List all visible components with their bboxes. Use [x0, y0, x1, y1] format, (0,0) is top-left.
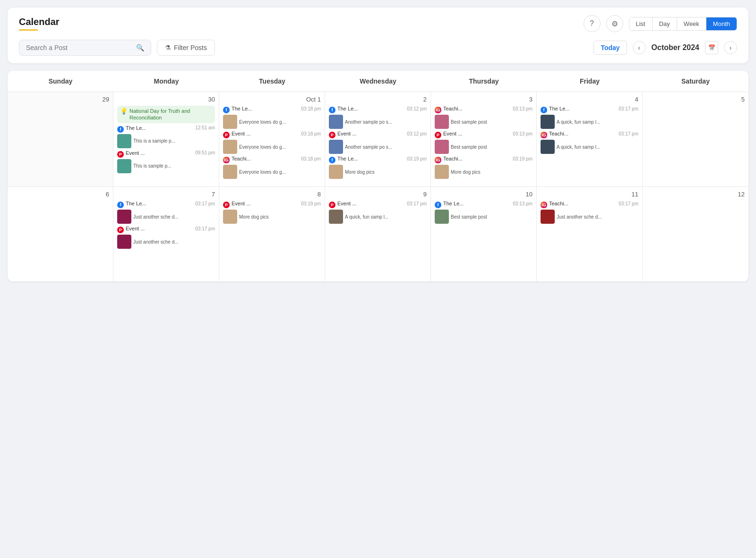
post-time: 03:13 pm — [513, 131, 533, 136]
list-item[interactable]: IG Teachi... 03:17 pm Just another sche … — [541, 201, 638, 224]
post-entry: P Event ... 09:51 pm — [117, 150, 215, 158]
post-name-row: Event ... 09:51 pm — [126, 150, 215, 156]
post-time: 03:17 pm — [619, 201, 638, 206]
pinterest-icon: P — [329, 132, 335, 138]
help-button[interactable]: ? — [584, 15, 601, 32]
today-button[interactable]: Today — [593, 41, 627, 55]
list-item[interactable]: IG Teachi... 03:13 pm Best sample post — [435, 106, 533, 129]
page-title: Calendar — [19, 17, 60, 27]
post-thumb-row: Another sample po s... — [329, 115, 427, 129]
post-thumbnail — [223, 165, 237, 179]
day-oct10: 10 f The Le... 03:13 pm — [431, 187, 537, 281]
list-item[interactable]: P Event ... 03:17 pm A quick, fun samp l… — [329, 201, 427, 224]
list-item[interactable]: f The Le... 12:51 am This is a sample p.… — [117, 125, 215, 148]
list-item[interactable]: P Event ... 03:12 pm Another sample po s… — [329, 131, 427, 154]
post-thumb-row: Another sample po s... — [329, 140, 427, 154]
facebook-icon: f — [329, 157, 335, 163]
holiday-icon: 💡 — [120, 108, 128, 115]
list-item[interactable]: IG Teachi... 03:18 pm Everyone loves do … — [223, 156, 321, 179]
post-info: The Le... 03:17 pm — [126, 201, 215, 206]
day-sep29: 29 — [8, 92, 113, 186]
list-item[interactable]: f The Le... 03:13 pm Best sample post — [435, 201, 533, 224]
post-entry: P Event ... 03:13 pm — [435, 131, 533, 138]
pinterest-icon: P — [329, 202, 335, 208]
list-item[interactable]: f The Le... 03:19 pm More dog pics — [329, 156, 427, 179]
day-number: 4 — [541, 96, 638, 103]
post-caption: Best sample post — [451, 214, 487, 220]
post-name-row: The Le... 03:13 pm — [443, 201, 533, 206]
post-info: The Le... 03:13 pm — [443, 201, 533, 206]
weeks-container: 29 30 💡 National Day for Truth and Recon… — [8, 92, 748, 281]
app-container: Calendar ? ⚙ List Day Week Month 🔍 — [0, 0, 756, 558]
list-item[interactable]: IG Teachi... 03:19 pm More dog pics — [435, 156, 533, 179]
list-item[interactable]: P Event ... 03:17 pm Just another sche d… — [117, 226, 215, 249]
post-thumb-row: A quick, fun samp l... — [541, 140, 638, 154]
month-display: October 2024 — [652, 43, 699, 52]
week-view-button[interactable]: Week — [677, 17, 706, 30]
post-name: The Le... — [126, 201, 146, 206]
post-thumbnail — [329, 210, 343, 224]
post-time: 03:13 pm — [513, 201, 533, 206]
post-time: 03:18 pm — [301, 106, 321, 111]
post-caption: A quick, fun samp l... — [345, 214, 388, 220]
post-thumb-row: This is a sample p... — [117, 134, 215, 148]
list-item[interactable]: P Event ... 03:13 pm Best sample post — [435, 131, 533, 154]
post-name: Teachi... — [232, 156, 251, 161]
post-caption: Best sample post — [451, 144, 487, 150]
post-time: 03:12 pm — [407, 106, 427, 111]
list-item[interactable]: IG Teachi... 03:17 pm A quick, fun samp … — [541, 131, 638, 154]
post-name-row: Teachi... 03:13 pm — [443, 106, 533, 111]
title-underline — [19, 29, 38, 31]
search-box[interactable]: 🔍 — [19, 40, 151, 56]
post-name: Event ... — [232, 201, 250, 206]
list-item[interactable]: f The Le... 03:18 pm Everyone loves do g… — [223, 106, 321, 129]
post-thumb-row: A quick, fun samp l... — [541, 115, 638, 129]
post-caption: Just another sche d... — [133, 214, 179, 220]
day-view-button[interactable]: Day — [653, 17, 677, 30]
list-item[interactable]: P Event ... 03:19 pm More dog pics — [223, 201, 321, 224]
post-info: Teachi... 03:13 pm — [443, 106, 533, 111]
post-name-row: Teachi... 03:18 pm — [232, 156, 321, 161]
list-item[interactable]: f The Le... 03:17 pm A quick, fun samp l… — [541, 106, 638, 129]
header-bottom: 🔍 ⚗ Filter Posts Today ‹ October 2024 📅 … — [19, 40, 737, 56]
post-name-row: Event ... 03:17 pm — [126, 226, 215, 231]
calendar-picker-button[interactable]: 📅 — [705, 41, 718, 54]
post-name: The Le... — [337, 156, 358, 161]
post-thumb-row: Just another sche d... — [117, 210, 215, 224]
next-month-button[interactable]: › — [724, 41, 737, 54]
pinterest-icon: P — [223, 132, 230, 138]
post-time: 03:19 pm — [407, 156, 427, 161]
list-view-button[interactable]: List — [629, 17, 653, 30]
facebook-icon: f — [541, 107, 547, 113]
calendar-grid: Sunday Monday Tuesday Wednesday Thursday… — [8, 71, 748, 281]
facebook-icon: f — [117, 126, 124, 133]
post-thumbnail — [117, 210, 131, 224]
post-entry: f The Le... 03:17 pm — [541, 106, 638, 113]
post-name: Event ... — [232, 131, 250, 136]
post-entry: IG Teachi... 03:19 pm — [435, 156, 533, 163]
post-name: Event ... — [337, 131, 356, 136]
post-caption: This is sample p... — [133, 163, 172, 169]
filter-button[interactable]: ⚗ Filter Posts — [157, 40, 215, 56]
post-caption: Just another sche d... — [557, 214, 602, 220]
search-input[interactable] — [26, 44, 132, 51]
settings-button[interactable]: ⚙ — [606, 15, 623, 32]
holiday-text: National Day for Truth and Reconciliatio… — [129, 108, 212, 121]
list-item[interactable]: P Event ... 09:51 pm This is sample p... — [117, 150, 215, 173]
post-info: Event ... 09:51 pm — [126, 150, 215, 156]
list-item[interactable]: P Event ... 03:18 pm Everyone loves do g… — [223, 131, 321, 154]
post-name: Teachi... — [443, 156, 463, 161]
post-thumbnail — [541, 115, 555, 129]
list-item[interactable]: f The Le... 03:12 pm Another sample po s… — [329, 106, 427, 129]
post-name: The Le... — [443, 201, 464, 206]
post-caption: This is a sample p... — [133, 138, 175, 144]
prev-month-button[interactable]: ‹ — [633, 41, 646, 54]
list-item[interactable]: f The Le... 03:17 pm Just another sche d… — [117, 201, 215, 224]
pinterest-icon: P — [117, 227, 124, 233]
day-sep30: 30 💡 National Day for Truth and Reconcil… — [113, 92, 219, 186]
month-view-button[interactable]: Month — [706, 17, 737, 30]
day-number: 6 — [11, 191, 109, 198]
post-caption: Everyone loves do g... — [239, 169, 286, 175]
post-name-row: The Le... 03:19 pm — [337, 156, 427, 161]
post-info: The Le... 12:51 am — [126, 125, 215, 131]
